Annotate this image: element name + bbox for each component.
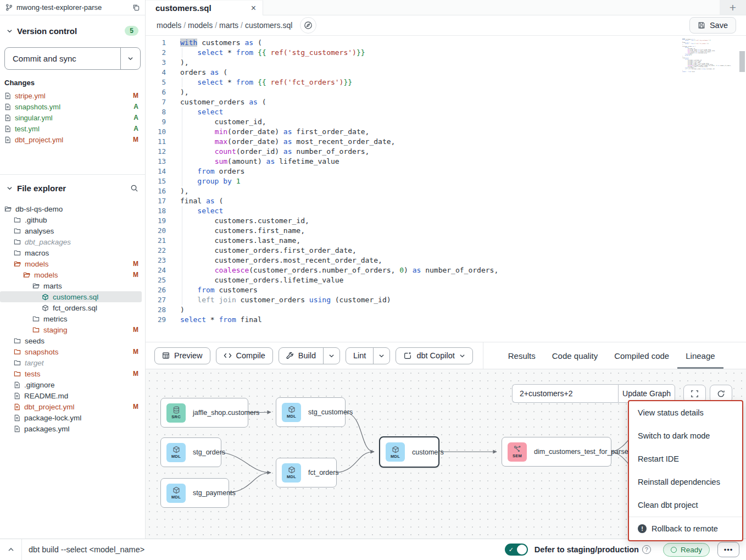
tab-code-quality[interactable]: Code quality <box>544 342 606 369</box>
code-line: select * from final <box>681 71 737 72</box>
change-item[interactable]: stripe.ymlM <box>0 90 145 101</box>
branch-name[interactable]: mwong-test-explorer-parse <box>16 3 129 12</box>
preview-button[interactable]: Preview <box>154 347 210 364</box>
tree-item--gitignore[interactable]: .gitignore <box>0 379 142 390</box>
copy-icon[interactable] <box>132 4 140 11</box>
version-control-header[interactable]: Version control 5 <box>0 20 145 42</box>
tree-item-target[interactable]: target <box>0 357 142 368</box>
tree-item-dbt-project-yml[interactable]: dbt_project.ymlM <box>0 401 142 412</box>
tree-item-macros[interactable]: macros <box>0 247 142 258</box>
lineage-node-stg-customers[interactable]: MDLstg_customers <box>276 397 346 427</box>
code-icon <box>224 352 232 359</box>
menu-item-restart-ide[interactable]: Restart IDE <box>629 447 742 470</box>
tree-item-readme-md[interactable]: README.md <box>0 390 142 401</box>
changes-list: stripe.ymlMsnapshots.ymlAsingular.ymlAte… <box>0 90 145 145</box>
node-type-badge: SRC <box>166 403 186 423</box>
code-lines: 1with customers as (2 select * from {{ r… <box>146 36 746 325</box>
build-button[interactable]: Build <box>279 348 323 364</box>
version-control-title: Version control <box>17 26 120 36</box>
change-item[interactable]: test.ymlA <box>0 123 145 134</box>
editor-scrollbar[interactable] <box>739 51 745 72</box>
tree-item-snapshots[interactable]: snapshotsM <box>0 346 142 357</box>
tree-item-dbt-packages[interactable]: dbt_packages <box>0 236 142 247</box>
tree-item-packages-yml[interactable]: packages.yml <box>0 423 142 434</box>
search-icon[interactable] <box>130 184 138 192</box>
cube-icon <box>392 446 399 453</box>
tree-item-models[interactable]: modelsM <box>0 258 142 269</box>
commit-and-sync-button[interactable]: Commit and sync <box>5 48 120 69</box>
tree-item-package-lock-yml[interactable]: package-lock.yml <box>0 412 142 423</box>
lineage-node-dim-customers-test-for-parse[interactable]: SEMdim_customers_test_for_parse <box>502 437 611 467</box>
tree-item-db-sl-qs-demo[interactable]: db-sl-qs-demo <box>0 203 142 214</box>
toggle-knob <box>517 545 527 555</box>
code-line: 12 count(order_id) as number_of_orders, <box>146 147 746 157</box>
preview-label: Preview <box>174 351 203 360</box>
breadcrumb-part[interactable]: marts <box>219 21 238 30</box>
lineage-filter-input[interactable] <box>512 384 618 403</box>
code-line: 24 coalesce(customer_orders.number_of_or… <box>146 265 746 275</box>
menu-item-reinstall-dependencies[interactable]: Reinstall dependencies <box>629 470 742 494</box>
lineage-node-customers[interactable]: MDLcustomers <box>379 436 439 468</box>
change-item[interactable]: singular.ymlA <box>0 112 145 123</box>
lint-options-dropdown[interactable] <box>373 348 389 364</box>
change-item[interactable]: dbt_project.ymlM <box>0 134 145 145</box>
code-editor[interactable]: 1with customers as (2 select * from {{ r… <box>146 36 746 342</box>
alert-icon: ! <box>638 524 647 533</box>
breadcrumb-part[interactable]: models <box>157 21 181 30</box>
lint-button-group: Lint <box>346 347 390 364</box>
node-label: stg_payments <box>193 489 236 497</box>
minimap[interactable]: with customers as ( select * from {{ ref… <box>681 38 737 72</box>
menu-item-rollback-to-remote[interactable]: !Rollback to remote <box>629 517 742 540</box>
build-options-dropdown[interactable] <box>323 348 339 364</box>
ready-label: Ready <box>681 546 702 554</box>
new-tab-button[interactable]: + <box>720 0 746 15</box>
overflow-menu-button[interactable]: ••• <box>717 542 739 557</box>
tab-results[interactable]: Results <box>500 342 544 369</box>
line-number: 18 <box>146 206 166 216</box>
tab-lineage[interactable]: Lineage <box>677 342 723 369</box>
file-explorer-header[interactable]: File explorer <box>0 177 145 199</box>
lineage-node-stg-payments[interactable]: MDLstg_payments <box>160 478 229 508</box>
close-icon[interactable]: × <box>251 4 256 13</box>
tree-item-fct-orders-sql[interactable]: fct_orders.sql <box>0 302 142 313</box>
code-line: 4orders as ( <box>146 68 746 77</box>
check-icon: ✓ <box>509 546 514 553</box>
commit-options-dropdown[interactable] <box>120 48 140 69</box>
chevron-up-icon[interactable] <box>0 539 22 560</box>
change-item[interactable]: snapshots.ymlA <box>0 101 145 112</box>
menu-item-view-status-details[interactable]: View status details <box>629 401 742 424</box>
tab-customers-sql[interactable]: customers.sql × <box>146 1 263 15</box>
menu-item-switch-to-dark-mode[interactable]: Switch to dark mode <box>629 424 742 447</box>
breadcrumb-part[interactable]: customers.sql <box>245 21 292 30</box>
tree-item-analyses[interactable]: analyses <box>0 225 142 236</box>
lineage-node-jaffle-shop-customers[interactable]: SRCjaffle_shop.customers <box>160 398 248 428</box>
open-in-explorer-button[interactable] <box>300 17 316 34</box>
lineage-node-fct-orders[interactable]: MDLfct_orders <box>276 458 337 487</box>
tree-item--github[interactable]: .github <box>0 214 142 225</box>
code-line: 20 customers.first_name, <box>146 226 746 236</box>
command-input[interactable] <box>22 539 505 560</box>
compile-button[interactable]: Compile <box>216 347 273 364</box>
tab-compiled-code[interactable]: Compiled code <box>606 342 677 369</box>
breadcrumb-part[interactable]: models <box>188 21 213 30</box>
defer-label: Defer to staging/production <box>535 545 639 554</box>
menu-item-clean-dbt-project[interactable]: Clean dbt project <box>629 494 742 517</box>
lineage-node-stg-orders[interactable]: MDLstg_orders <box>160 437 221 467</box>
tree-item-seeds[interactable]: seeds <box>0 335 142 346</box>
defer-toggle[interactable]: ✓ <box>505 544 528 556</box>
tree-item-customers-sql[interactable]: customers.sql <box>0 291 142 302</box>
code-line: 10 min(order_date) as first_order_date, <box>146 127 746 137</box>
help-icon[interactable]: ? <box>642 545 651 554</box>
lint-button[interactable]: Lint <box>346 348 373 364</box>
tree-item-models[interactable]: modelsM <box>0 269 142 280</box>
dbt-copilot-button[interactable]: dbt Copilot <box>396 347 472 364</box>
tree-item-metrics[interactable]: metrics <box>0 313 142 324</box>
tree-item-marts[interactable]: marts <box>0 280 142 291</box>
tree-item-tests[interactable]: testsM <box>0 368 142 379</box>
node-type-badge: MDL <box>166 443 186 462</box>
tree-item-staging[interactable]: stagingM <box>0 324 142 335</box>
save-button[interactable]: Save <box>689 17 736 34</box>
change-status: A <box>133 103 138 110</box>
node-type-label: MDL <box>171 495 181 500</box>
menu-item-label: Restart IDE <box>638 454 679 463</box>
